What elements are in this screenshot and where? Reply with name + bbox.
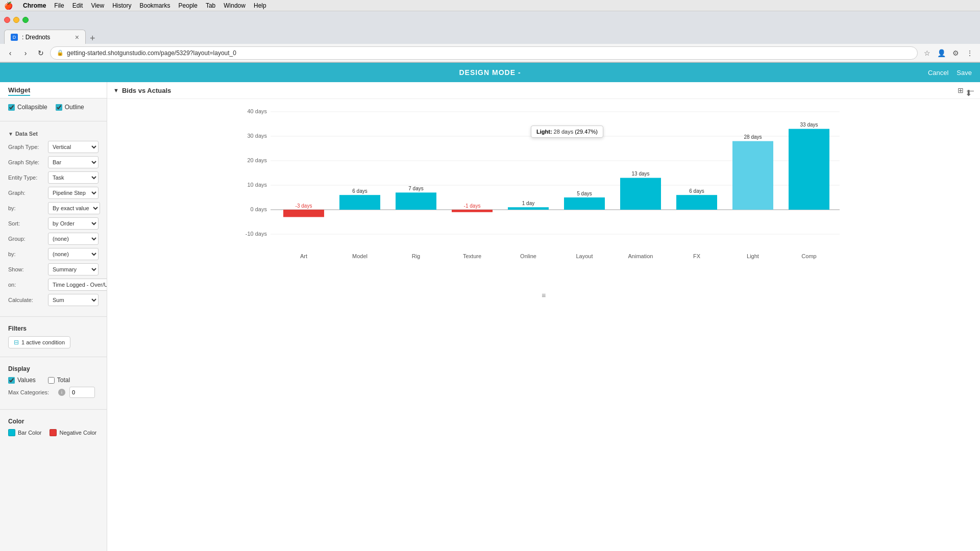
calculate-row: Calculate: Sum [8, 294, 99, 306]
minimize-traffic-light[interactable] [13, 17, 19, 23]
by-row-2: by: (none) [8, 248, 99, 260]
info-icon[interactable]: i [58, 389, 65, 396]
tab-menu[interactable]: Tab [206, 2, 215, 9]
bar-light[interactable] [732, 141, 773, 210]
design-mode-actions: Cancel Save [928, 69, 972, 77]
tab-title: : Drednots [22, 34, 50, 41]
people-menu[interactable]: People [179, 2, 198, 9]
close-traffic-light[interactable] [4, 17, 10, 23]
by-select-2[interactable]: (none) [48, 248, 99, 260]
edit-menu[interactable]: Edit [72, 2, 83, 9]
chart-collapse-icon[interactable]: ▼ [113, 87, 119, 93]
window-menu[interactable]: Window [224, 2, 246, 9]
mac-menubar: 🍎 Chrome File Edit View History Bookmark… [0, 0, 980, 11]
bookmark-star-button[interactable]: ☆ [921, 47, 933, 59]
bar-online [508, 207, 549, 210]
sort-select[interactable]: by Order [48, 217, 99, 230]
total-checkbox[interactable] [48, 377, 55, 384]
display-checkbox-row: Values Total [8, 377, 99, 384]
download-button[interactable]: ⬇ [965, 88, 972, 98]
collapsible-label: Collapsible [17, 104, 47, 111]
bar-model [339, 195, 380, 210]
values-checkbox-item[interactable]: Values [8, 377, 36, 384]
browser-tabs: D : Drednots × + [0, 29, 980, 44]
bookmarks-menu[interactable]: Bookmarks [140, 2, 170, 9]
bar-label-model: 6 days [352, 188, 367, 194]
divider-3 [0, 357, 107, 357]
bar-label-layout: 5 days [577, 191, 592, 196]
cancel-button[interactable]: Cancel [928, 69, 948, 77]
design-mode-title: DESIGN MODE - [459, 68, 521, 77]
new-tab-button[interactable]: + [86, 33, 100, 44]
sort-row: Sort: by Order [8, 217, 99, 230]
by-select-1[interactable]: By exact value [48, 202, 100, 214]
bar-color-swatch[interactable] [8, 429, 15, 436]
display-section: Display Values Total Max Categories: i [0, 361, 107, 405]
values-checkbox[interactable] [8, 377, 15, 384]
negative-color-label: Negative Color [59, 430, 96, 436]
total-checkbox-item[interactable]: Total [48, 377, 70, 384]
data-set-title[interactable]: ▼ Data Set [8, 131, 99, 137]
graph-style-label: Graph Style: [8, 159, 45, 165]
back-button[interactable]: ‹ [4, 47, 16, 59]
apple-menu[interactable]: 🍎 [4, 2, 13, 10]
on-select[interactable]: Time Logged - Over/Under Bid [48, 279, 107, 291]
color-row: Bar Color Negative Color [8, 429, 99, 436]
more-options-button[interactable]: ⋮ [964, 47, 976, 59]
sort-label: Sort: [8, 220, 45, 227]
max-categories-label: Max Categories: [8, 389, 54, 395]
maximize-traffic-light[interactable] [22, 17, 29, 23]
forward-button[interactable]: › [19, 47, 32, 59]
x-label-model: Model [352, 253, 368, 259]
show-select[interactable]: Summary [48, 263, 99, 276]
design-mode-header: DESIGN MODE - Cancel Save [0, 63, 980, 82]
main-layout: Widget Collapsible Outline ▼ Data Set [0, 82, 980, 551]
active-condition-button[interactable]: ⊟ 1 active condition [8, 336, 70, 348]
graph-style-select[interactable]: Bar [48, 156, 99, 168]
graph-type-row: Graph Type: Vertical [8, 141, 99, 153]
entity-type-select[interactable]: Task [48, 171, 99, 184]
graph-type-select[interactable]: Vertical [48, 141, 99, 153]
negative-color-swatch[interactable] [50, 429, 57, 436]
color-section: Color Bar Color Negative Color [0, 414, 107, 440]
file-menu[interactable]: File [54, 2, 64, 9]
checkbox-row: Collapsible Outline [8, 104, 99, 111]
x-label-rig: Rig [412, 253, 421, 259]
graph-type-label: Graph Type: [8, 144, 45, 150]
group-select[interactable]: (none) [48, 233, 99, 245]
collapsible-checkbox-item[interactable]: Collapsible [8, 104, 47, 111]
active-tab[interactable]: D : Drednots × [4, 30, 86, 44]
x-label-comp: Comp [801, 253, 816, 259]
bar-label-fx: 6 days [689, 188, 704, 194]
app-name[interactable]: Chrome [23, 2, 46, 9]
entity-type-row: Entity Type: Task [8, 171, 99, 184]
bar-animation [620, 178, 661, 210]
x-label-texture: Texture [463, 253, 481, 259]
bar-layout [564, 197, 605, 210]
reload-button[interactable]: ↻ [35, 47, 47, 59]
extensions-button[interactable]: ⚙ [949, 47, 962, 59]
calculate-select[interactable]: Sum [48, 294, 99, 306]
address-bar[interactable]: 🔒 getting-started.shotgunstudio.com/page… [50, 46, 918, 60]
help-menu[interactable]: Help [254, 2, 266, 9]
pagination-dots-icon[interactable]: ≡ [542, 291, 546, 299]
view-menu[interactable]: View [91, 2, 104, 9]
outline-checkbox[interactable] [56, 104, 62, 111]
traffic-lights [4, 17, 29, 23]
chart-resize-button[interactable]: ⊞ [958, 86, 964, 94]
filters-section: Filters ⊟ 1 active condition [0, 321, 107, 353]
max-categories-row: Max Categories: i [8, 387, 99, 398]
outline-checkbox-item[interactable]: Outline [56, 104, 84, 111]
collapsible-checkbox[interactable] [8, 104, 15, 111]
profile-button[interactable]: 👤 [935, 47, 947, 59]
bar-label-light: 28 days [744, 134, 762, 140]
by-row-1: by: By exact value [8, 202, 99, 214]
bar-rig [396, 192, 436, 210]
max-categories-input[interactable] [69, 387, 95, 398]
widget-tab[interactable]: Widget [0, 82, 107, 98]
history-menu[interactable]: History [112, 2, 131, 9]
graph-select[interactable]: Pipeline Step [48, 187, 99, 199]
save-button[interactable]: Save [957, 69, 972, 77]
tab-close-button[interactable]: × [75, 34, 79, 41]
active-condition-label: 1 active condition [21, 339, 65, 345]
